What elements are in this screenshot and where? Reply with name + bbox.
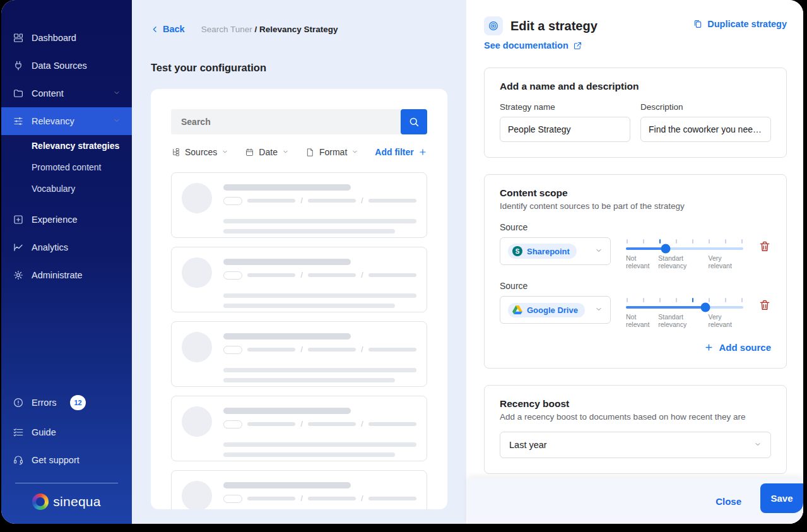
source-select-google-drive[interactable]: Google Drive [500,296,611,324]
recency-boost-card: Recency boost Add a recency boost to doc… [484,385,787,474]
search-result-skeleton: / / [171,247,427,312]
save-button[interactable]: Save [760,483,803,513]
search-input[interactable] [171,109,401,134]
avatar [182,332,212,362]
sidebar-item-experience[interactable]: Experience [1,206,132,233]
chevron-down-icon [282,147,289,157]
sidebar-item-analytics[interactable]: Analytics [1,233,132,261]
skeleton-pill [223,346,242,354]
file-icon [305,148,315,157]
duplicate-strategy-button[interactable]: Duplicate strategy [693,16,787,29]
slider-ticks [626,239,743,244]
back-button[interactable]: Back [151,24,185,34]
delete-source-button[interactable] [758,237,771,255]
filter-label: Date [259,147,278,157]
google-drive-chip: Google Drive [508,303,585,317]
skeleton-pill [223,271,242,280]
sidebar-item-dashboard[interactable]: Dashboard [1,24,132,52]
slider-label-min: Not relevant [626,254,658,269]
sidebar-subitem-vocabulary[interactable]: Vocabulary [1,178,132,199]
app-window: Dashboard Data Sources Content Relevancy… [1,0,803,524]
description-label: Description [640,102,771,112]
filter-sources[interactable]: Sources [171,147,228,157]
breadcrumb-current: / Relevancy Strategy [254,25,338,34]
sidebar-item-errors[interactable]: Errors 12 [1,387,132,418]
source-label: Source [500,281,771,291]
slider-track[interactable] [626,247,743,250]
alert-circle-icon [13,397,24,408]
search-result-skeleton: / / [171,396,427,461]
sidebar-item-label: Analytics [32,242,68,252]
source-label: Source [500,222,771,232]
sidebar-item-get-support[interactable]: Get support [1,446,132,474]
search-button[interactable] [401,109,427,134]
delete-source-button[interactable] [758,296,771,314]
sidebar-subitem-promoted-content[interactable]: Promoted content [1,157,132,178]
sidebar-item-relevancy[interactable]: Relevancy [1,107,132,135]
see-documentation-label: See documentation [484,40,568,50]
sliders-icon [13,115,24,127]
skeleton-pill [223,197,242,205]
sidebar-item-guide[interactable]: Guide [1,418,132,446]
recency-select[interactable]: Last year [500,432,771,458]
skeleton-meta-row: / / [223,494,416,503]
section-subheading: Add a recency boost to documents based o… [500,412,771,422]
sidebar-item-content[interactable]: Content [1,80,132,107]
sidebar-item-label: Get support [32,455,80,465]
relevancy-slider-sharepoint[interactable]: Not relevant Standart relevancy Very rel… [626,237,743,269]
slider-thumb[interactable] [661,244,671,254]
breadcrumb-parent[interactable]: Search Tuner [201,25,252,34]
sinequa-logo: sinequa [1,483,132,524]
filter-row: Sources Date Format Add filter [171,147,427,157]
close-button[interactable]: Close [716,496,741,507]
skeleton-title-bar [223,408,351,414]
filter-date[interactable]: Date [245,147,289,157]
chevron-down-icon [595,304,603,316]
chevron-left-icon [151,25,159,33]
sidebar-item-label: Data Sources [32,61,87,71]
sidebar-item-data-sources[interactable]: Data Sources [1,52,132,80]
skeleton-title-bar [223,482,351,488]
slider-track[interactable] [626,306,743,309]
trash-icon [758,240,771,253]
source-select-sharepoint[interactable]: S Sharepoint [500,237,611,265]
sharepoint-icon: S [512,246,522,256]
plus-square-icon [13,214,24,225]
sidebar-item-administrate[interactable]: Administrate [1,261,132,289]
chevron-down-icon [595,245,603,257]
plus-icon [418,148,427,157]
strategy-name-input[interactable] [500,117,630,142]
filter-format[interactable]: Format [305,147,358,157]
sidebar-item-label: Guide [32,427,56,437]
sidebar-item-label: Experience [32,215,78,225]
chevron-down-icon [113,116,121,126]
page-title: Test your configuration [151,62,447,74]
source-name: Sharepoint [527,247,570,256]
description-input[interactable] [640,117,771,142]
search-results-skeleton-list: / / / / [171,172,427,509]
sidebar-item-label: Relevancy [32,116,74,126]
slider-label-max: Very relevant [709,254,743,269]
skeleton-pill [223,495,242,503]
search-result-skeleton: / / [171,470,427,509]
sidebar-subitem-relevancy-strategies[interactable]: Relevancy strategies [1,135,132,157]
slider-thumb[interactable] [701,303,710,312]
panel-title: Edit a strategy [510,19,598,33]
panel-footer: Close Save [468,478,803,524]
recency-selected-value: Last year [509,440,547,450]
plug-icon [13,60,24,71]
relevancy-slider-google-drive[interactable]: Not relevant Standart relevancy Very rel… [626,296,743,328]
slider-labels: Not relevant Standart relevancy Very rel… [626,313,743,328]
search-result-skeleton: / / [171,321,427,387]
duplicate-strategy-label: Duplicate strategy [707,19,787,29]
add-filter-button[interactable]: Add filter [375,147,427,157]
skeleton-meta-row: / / [223,196,416,205]
add-source-button[interactable]: Add source [500,342,771,353]
sidebar-item-label: Administrate [32,270,83,280]
source-name: Google Drive [527,305,578,315]
see-documentation-link[interactable]: See documentation [484,40,582,50]
filter-label: Format [319,147,347,157]
section-subheading: Identify content sources to be part of t… [500,201,771,211]
filter-label: Sources [185,147,217,157]
search-icon [408,116,420,127]
